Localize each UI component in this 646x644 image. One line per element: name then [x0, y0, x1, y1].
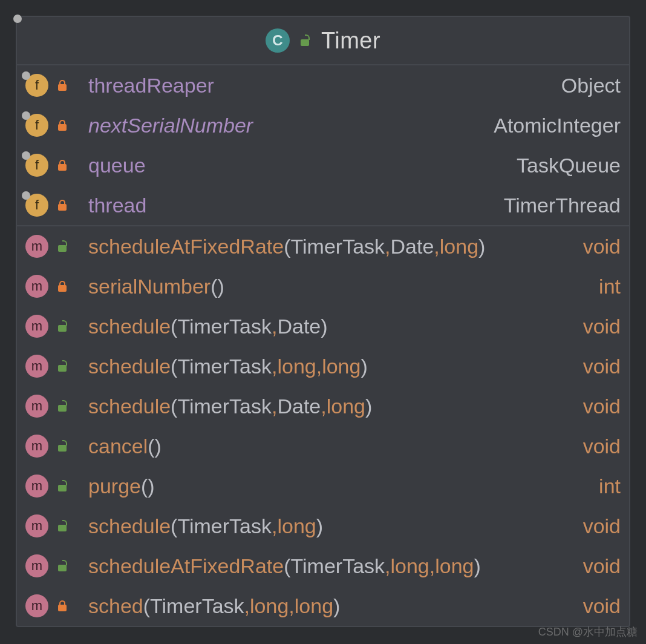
method-signature: scheduleAtFixedRate(TimerTask, long, lon… — [88, 554, 564, 578]
unlock-icon — [58, 521, 68, 531]
lock-icon — [58, 120, 67, 131]
watermark: CSDN @水中加点糖 — [538, 625, 638, 639]
field-type: AtomicInteger — [483, 114, 621, 137]
return-type: void — [572, 514, 621, 538]
method-signature: cancel() — [88, 435, 564, 458]
method-signature: scheduleAtFixedRate(TimerTask, Date, lon… — [88, 235, 564, 258]
return-type: void — [572, 235, 621, 258]
row-icons: m — [25, 514, 80, 537]
method-row[interactable]: mscheduleAtFixedRate(TimerTask, long, lo… — [17, 546, 629, 586]
unlock-icon — [301, 35, 310, 46]
return-type: void — [572, 554, 621, 578]
static-marker-icon — [22, 71, 30, 80]
field-icon: f — [25, 74, 48, 97]
unlock-icon — [58, 560, 68, 571]
unlock-icon — [58, 401, 68, 412]
method-icon: m — [25, 554, 48, 577]
lock-icon — [58, 600, 67, 611]
method-signature: schedule(TimerTask, long, long) — [88, 355, 564, 378]
field-name: thread — [88, 194, 484, 217]
field-type: Object — [550, 74, 621, 97]
method-icon: m — [25, 475, 48, 498]
return-type: void — [572, 395, 621, 418]
unlock-icon — [58, 361, 68, 372]
row-icons: m — [25, 235, 80, 258]
return-type: void — [572, 594, 621, 618]
method-signature: purge() — [88, 475, 579, 498]
method-row[interactable]: mschedule(TimerTask, long, long)void — [17, 346, 629, 386]
method-signature: sched(TimerTask, long, long) — [88, 594, 564, 618]
method-icon: m — [25, 235, 48, 258]
method-row[interactable]: mscheduleAtFixedRate(TimerTask, Date, lo… — [17, 226, 629, 266]
field-row[interactable]: fthreadReaperObject — [17, 65, 629, 105]
static-marker-icon — [22, 151, 30, 160]
method-signature: serialNumber() — [88, 275, 579, 298]
row-icons: m — [25, 475, 80, 498]
row-icons: m — [25, 355, 80, 378]
method-icon: m — [25, 355, 48, 378]
field-icon: f — [25, 194, 48, 217]
row-icons: m — [25, 315, 80, 338]
method-row[interactable]: mschedule(TimerTask, Date, long)void — [17, 386, 629, 426]
method-signature: schedule(TimerTask, Date, long) — [88, 395, 564, 418]
field-name: threadReaper — [88, 74, 542, 97]
return-type: int — [588, 475, 621, 498]
method-icon: m — [25, 594, 48, 617]
unlock-icon — [58, 481, 68, 491]
row-icons: f — [25, 194, 80, 217]
method-row[interactable]: mserialNumber()int — [17, 266, 629, 306]
row-icons: f — [25, 154, 80, 177]
lock-icon — [58, 80, 67, 91]
method-row[interactable]: msched(TimerTask, long, long)void — [17, 586, 629, 626]
class-header[interactable]: C Timer — [17, 17, 629, 65]
method-row[interactable]: mpurge()int — [17, 466, 629, 506]
unlock-icon — [58, 241, 68, 252]
row-icons: m — [25, 395, 80, 418]
field-icon: f — [25, 114, 48, 137]
lock-icon — [58, 200, 67, 211]
class-icon: C — [266, 28, 290, 53]
field-row[interactable]: fnextSerialNumberAtomicInteger — [17, 105, 629, 145]
methods-section: mscheduleAtFixedRate(TimerTask, Date, lo… — [17, 226, 629, 626]
method-icon: m — [25, 435, 48, 458]
row-icons: f — [25, 114, 80, 137]
return-type: void — [572, 435, 621, 458]
method-icon: m — [25, 275, 48, 298]
field-type: TimerThread — [493, 194, 621, 217]
static-marker-icon — [13, 15, 22, 23]
return-type: int — [588, 275, 621, 298]
method-signature: schedule(TimerTask, Date) — [88, 315, 564, 338]
field-icon: f — [25, 154, 48, 177]
row-icons: m — [25, 275, 80, 298]
method-row[interactable]: mschedule(TimerTask, long)void — [17, 506, 629, 546]
class-name-label: Timer — [321, 28, 380, 54]
class-structure-panel: C Timer fthreadReaperObjectfnextSerialNu… — [16, 16, 630, 627]
method-icon: m — [25, 395, 48, 418]
row-icons: m — [25, 594, 80, 617]
method-row[interactable]: mschedule(TimerTask, Date)void — [17, 306, 629, 346]
field-name: nextSerialNumber — [88, 114, 474, 137]
fields-section: fthreadReaperObjectfnextSerialNumberAtom… — [17, 65, 629, 225]
field-name: queue — [88, 154, 497, 177]
static-marker-icon — [22, 111, 30, 120]
row-icons: m — [25, 554, 80, 577]
row-icons: f — [25, 74, 80, 97]
lock-icon — [58, 281, 67, 292]
unlock-icon — [58, 441, 68, 452]
method-icon: m — [25, 514, 48, 537]
field-row[interactable]: fthreadTimerThread — [17, 185, 629, 225]
static-marker-icon — [22, 191, 30, 200]
lock-icon — [58, 160, 67, 171]
field-row[interactable]: fqueueTaskQueue — [17, 145, 629, 185]
return-type: void — [572, 355, 621, 378]
row-icons: m — [25, 435, 80, 458]
method-icon: m — [25, 315, 48, 338]
field-type: TaskQueue — [506, 154, 621, 177]
return-type: void — [572, 315, 621, 338]
method-row[interactable]: mcancel()void — [17, 426, 629, 466]
method-signature: schedule(TimerTask, long) — [88, 514, 564, 538]
unlock-icon — [58, 321, 68, 332]
